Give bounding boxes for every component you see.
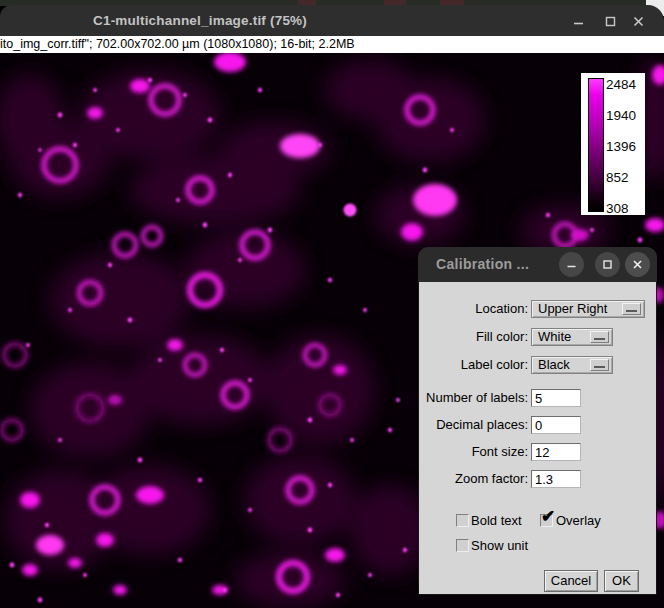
dialog-close-button[interactable] [625,252,650,277]
minimize-button[interactable] [571,14,585,28]
zoom-factor-input[interactable] [531,470,581,488]
decimal-places-label: Decimal places: [425,416,528,434]
show-unit-label[interactable]: Show unit [471,538,528,553]
ok-button[interactable]: OK [604,570,639,592]
bold-text-checkbox[interactable] [456,514,469,527]
dialog-maximize-button[interactable] [595,252,620,277]
dialog-titlebar[interactable]: Calibration ... [418,247,657,282]
maximize-icon [604,15,617,28]
screen: C1-multichannel_image.tif (75%) ito_img_… [0,0,664,608]
location-value: Upper Right [538,301,607,316]
location-label: Location: [425,300,528,318]
dialog-body: Location: Upper Right Fill color: White … [418,282,657,595]
window-title: C1-multichannel_image.tif (75%) [40,13,360,28]
dialog-title: Calibration ... [436,256,529,272]
calibration-dialog: Calibration ... Location: Upper Right Fi… [418,247,657,595]
maximize-button[interactable] [603,14,617,28]
number-of-labels-label: Number of labels: [425,389,528,407]
maximize-icon [602,259,613,270]
font-size-label: Font size: [425,443,528,461]
label-color-label: Label color: [425,356,528,374]
label-color-dropdown[interactable]: Black [531,356,613,374]
dropdown-arrow-icon[interactable] [590,359,609,371]
minimize-icon [572,15,585,28]
close-icon [632,259,643,270]
overlay-label[interactable]: Overlay [556,513,601,528]
close-button[interactable] [631,14,645,28]
calibration-bar-overlay: 2484 1940 1396 852 308 [581,73,645,215]
fill-color-value: White [538,329,571,344]
overlay-checkbox[interactable]: ✔ [540,514,553,527]
window-titlebar[interactable]: C1-multichannel_image.tif (75%) [0,5,664,36]
font-size-input[interactable] [531,443,581,461]
image-info-bar: ito_img_corr.tiff"; 702.00x702.00 µm (10… [0,36,664,53]
zoom-factor-label: Zoom factor: [425,470,528,488]
show-unit-checkbox[interactable] [456,539,469,552]
location-dropdown[interactable]: Upper Right [531,300,645,318]
calibration-tick-label: 1396 [606,139,644,155]
checkmark-icon: ✔ [541,508,555,525]
dropdown-arrow-icon[interactable] [590,331,609,343]
calibration-tick-label: 308 [606,201,644,217]
calibration-gradient [588,78,604,212]
close-icon [632,15,645,28]
cancel-button[interactable]: Cancel [544,570,598,592]
fill-color-label: Fill color: [425,328,528,346]
minimize-icon [566,259,577,270]
dropdown-arrow-icon[interactable] [622,303,641,315]
bold-text-label[interactable]: Bold text [471,513,522,528]
decimal-places-input[interactable] [531,416,581,434]
label-color-value: Black [538,357,570,372]
calibration-tick-label: 1940 [606,108,644,124]
fill-color-dropdown[interactable]: White [531,328,613,346]
number-of-labels-input[interactable] [531,389,581,407]
calibration-tick-label: 852 [606,170,644,186]
calibration-tick-label: 2484 [606,77,644,93]
dialog-minimize-button[interactable] [559,252,584,277]
